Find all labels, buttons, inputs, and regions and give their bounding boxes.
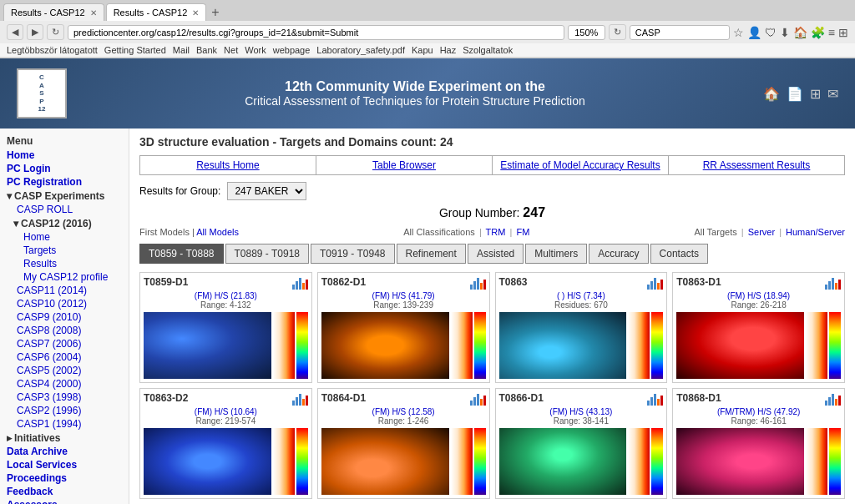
target-tab-6[interactable]: Accuracy bbox=[589, 244, 648, 264]
sidebar-item-data-archive[interactable]: Data Archive bbox=[0, 445, 129, 458]
protein-vis-T0863-D1 bbox=[676, 312, 804, 379]
target-tab-7[interactable]: Contacts bbox=[650, 244, 708, 264]
bookmark-4[interactable]: Net bbox=[224, 45, 238, 55]
sidebar-casp-experiments[interactable]: ▾CASP Experiments bbox=[0, 189, 129, 203]
sidebar-item-casp9[interactable]: CASP9 (2010) bbox=[0, 310, 129, 324]
result-card-T0863-D1[interactable]: T0863-D1 (FM) H/S (18.94) Range: 26-218 bbox=[672, 272, 845, 383]
bookmark-9[interactable]: Haz bbox=[440, 45, 457, 55]
sidebar-item-assessors[interactable]: Assessors bbox=[0, 498, 129, 504]
sidebar-item-pc-login[interactable]: PC Login bbox=[0, 162, 129, 175]
sidebar-item-local-services[interactable]: Local Services bbox=[0, 458, 129, 471]
color-strip-T0863-D1 bbox=[829, 312, 841, 379]
header-home-icon[interactable]: 🏠 bbox=[763, 86, 780, 102]
forward-button[interactable]: ▶ bbox=[27, 24, 43, 40]
zoom-input[interactable] bbox=[568, 25, 605, 40]
result-card-T0859-D1[interactable]: T0859-D1 (FM) H/S (21.83) Range: 4-132 bbox=[139, 272, 312, 383]
sidebar-item-casp1[interactable]: CASP1 (1994) bbox=[0, 417, 129, 431]
bookmark-6[interactable]: webpage bbox=[273, 45, 311, 55]
result-card-T0868-D1[interactable]: T0868-D1 (FM/TRM) H/S (47.92) Range: 46-… bbox=[672, 388, 845, 499]
tab-2-label: Results - CASP12 bbox=[114, 8, 188, 18]
sidebar-item-home[interactable]: Home bbox=[0, 149, 129, 162]
protein-vis-T0863 bbox=[499, 312, 627, 379]
bookmark-2[interactable]: Mail bbox=[173, 45, 190, 55]
target-tab-4[interactable]: Assisted bbox=[468, 244, 524, 264]
home-icon[interactable]: 🏠 bbox=[793, 26, 807, 39]
sidebar-initiatives[interactable]: ▸Initiatives bbox=[0, 431, 129, 445]
sidebar-item-my-casp12[interactable]: My CASP12 profile bbox=[0, 270, 129, 284]
fm-link[interactable]: FM bbox=[516, 227, 529, 237]
tab-1[interactable]: Results - CASP12 ✕ bbox=[3, 3, 104, 21]
target-tab-5[interactable]: Multimers bbox=[525, 244, 587, 264]
sidebar-item-casp8[interactable]: CASP8 (2008) bbox=[0, 324, 129, 337]
sidebar-item-casp4[interactable]: CASP4 (2000) bbox=[0, 377, 129, 391]
puzzle-icon[interactable]: 🧩 bbox=[811, 26, 825, 39]
url-input[interactable] bbox=[68, 25, 564, 40]
result-id-T0862-D1: T0862-D1 bbox=[321, 276, 366, 288]
trm-link[interactable]: TRM bbox=[486, 227, 506, 237]
sidebar-item-casp5[interactable]: CASP5 (2002) bbox=[0, 364, 129, 377]
target-tab-0[interactable]: T0859 - T0888 bbox=[139, 244, 224, 264]
sidebar-item-casp10[interactable]: CASP10 (2012) bbox=[0, 297, 129, 310]
shield-icon[interactable]: 🛡 bbox=[765, 26, 777, 39]
sidebar-item-casp2[interactable]: CASP2 (1996) bbox=[0, 404, 129, 417]
result-card-T0866-D1[interactable]: T0866-D1 (FM) H/S (43.13) Range: 38-141 bbox=[495, 388, 668, 499]
sidebar-item-feedback[interactable]: Feedback bbox=[0, 485, 129, 498]
sidebar-casp12[interactable]: ▾CASP12 (2016) bbox=[0, 216, 129, 230]
sidebar-item-casp6[interactable]: CASP6 (2004) bbox=[0, 350, 129, 364]
result-card-T0863[interactable]: T0863 ( ) H/S (7.34) Residues: 670 bbox=[495, 272, 668, 383]
result-card-T0862-D1[interactable]: T0862-D1 (FM) H/S (41.79) Range: 139-239 bbox=[317, 272, 490, 383]
nav-tab-results-home[interactable]: Results Home bbox=[140, 156, 316, 174]
sidebar-item-casp11[interactable]: CASP11 (2014) bbox=[0, 284, 129, 297]
result-card-T0863-D2[interactable]: T0863-D2 (FM) H/S (10.64) Range: 219-574 bbox=[139, 388, 312, 499]
sidebar-item-casp7[interactable]: CASP7 (2006) bbox=[0, 337, 129, 350]
nav-tab-rr[interactable]: RR Assessment Results bbox=[669, 156, 844, 174]
bookmark-10[interactable]: Szolgaltatok bbox=[463, 45, 513, 55]
menu-icon[interactable]: ≡ bbox=[828, 26, 835, 39]
sidebar-item-results[interactable]: Results bbox=[0, 257, 129, 270]
new-tab-button[interactable]: + bbox=[211, 5, 219, 20]
download-icon[interactable]: ⬇ bbox=[780, 26, 790, 39]
target-tab-3[interactable]: Refinement bbox=[397, 244, 466, 264]
bookmark-3[interactable]: Bank bbox=[196, 45, 217, 55]
reload-button[interactable]: ↻ bbox=[47, 24, 64, 40]
person-icon[interactable]: 👤 bbox=[747, 26, 761, 39]
target-tab-1[interactable]: T0889 - T0918 bbox=[225, 244, 310, 264]
sidebar-item-proceedings[interactable]: Proceedings bbox=[0, 471, 129, 485]
target-tab-2[interactable]: T0919 - T0948 bbox=[311, 244, 395, 264]
group-selector-dropdown[interactable]: 247 BAKER bbox=[227, 182, 306, 200]
zoom-refresh-button[interactable]: ↻ bbox=[609, 24, 626, 40]
bookmarks-bar: Legtöbbször látogatott Getting Started M… bbox=[0, 43, 855, 58]
all-models-link[interactable]: All Models bbox=[196, 227, 239, 237]
tab-2[interactable]: Results - CASP12 ✕ bbox=[106, 3, 207, 21]
nav-tab-estimate[interactable]: Estimate of Model Accuracy Results bbox=[493, 156, 669, 174]
tab-2-close[interactable]: ✕ bbox=[192, 8, 199, 18]
bookmark-5[interactable]: Work bbox=[245, 45, 266, 55]
server-link[interactable]: Server bbox=[748, 227, 775, 237]
bookmark-1[interactable]: Getting Started bbox=[104, 45, 166, 55]
sidebar-item-casp-roll[interactable]: CASP ROLL bbox=[0, 203, 129, 216]
human-server-link[interactable]: Human/Server bbox=[786, 227, 845, 237]
sidebar-item-casp3[interactable]: CASP3 (1998) bbox=[0, 391, 129, 404]
grid-icon[interactable]: ⊞ bbox=[838, 26, 848, 39]
result-card-T0864-D1[interactable]: T0864-D1 (FM) H/S (12.58) Range: 1-246 bbox=[317, 388, 490, 499]
bookmark-0[interactable]: Legtöbbször látogatott bbox=[7, 45, 98, 55]
tab-1-close[interactable]: ✕ bbox=[90, 8, 97, 18]
sidebar-item-pc-registration[interactable]: PC Registration bbox=[0, 175, 129, 189]
header-doc-icon[interactable]: 📄 bbox=[787, 86, 803, 102]
back-button[interactable]: ◀ bbox=[7, 24, 23, 40]
browser-search-input[interactable] bbox=[630, 25, 730, 40]
result-sub-T0862-D1: (FM) H/S (41.79) bbox=[321, 291, 486, 300]
sidebar-item-targets[interactable]: Targets bbox=[0, 244, 129, 257]
bar-chart-icon-T0863 bbox=[647, 276, 663, 290]
color-strip-T0866-D1 bbox=[651, 428, 663, 495]
bar-chart-icon-T0863-D2 bbox=[292, 392, 308, 406]
toolbar-icons: ☆ 👤 🛡 ⬇ 🏠 🧩 ≡ ⊞ bbox=[733, 26, 848, 39]
star-icon[interactable]: ☆ bbox=[733, 26, 744, 39]
header-grid-icon[interactable]: ⊞ bbox=[810, 86, 821, 102]
header-mail-icon[interactable]: ✉ bbox=[827, 86, 838, 102]
sidebar-item-casp12-home[interactable]: Home bbox=[0, 230, 129, 244]
bookmark-7[interactable]: Laboratory_safety.pdf bbox=[316, 45, 405, 55]
target-tabs: T0859 - T0888 T0889 - T0918 T0919 - T094… bbox=[139, 244, 845, 264]
nav-tab-table-browser[interactable]: Table Browser bbox=[316, 156, 493, 174]
bookmark-8[interactable]: Kapu bbox=[412, 45, 433, 55]
